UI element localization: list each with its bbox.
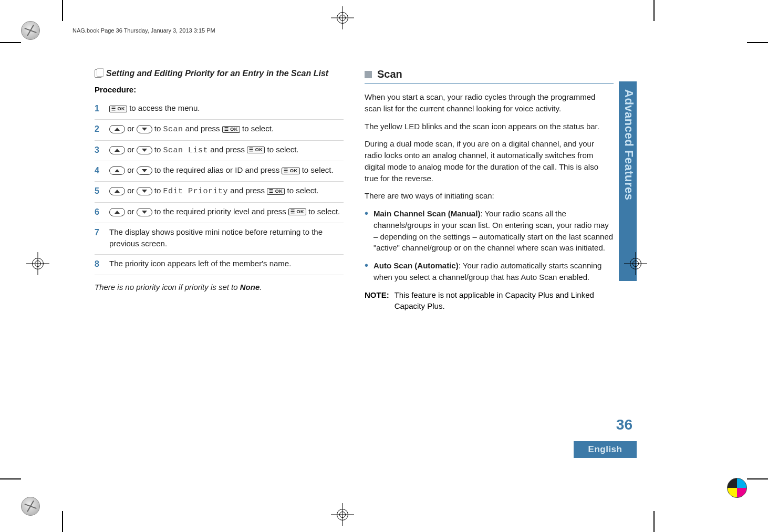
list-item: • Main Channel Scan (Manual): Your radio…	[365, 208, 614, 254]
crop-tick-icon	[747, 42, 768, 43]
paragraph: There are two ways of initiating scan:	[365, 190, 614, 202]
note: NOTE: This feature is not applicable in …	[365, 289, 614, 312]
procedure-label: Procedure:	[95, 85, 344, 94]
step-8: 8 The priority icon appears left of the …	[95, 255, 344, 275]
subsection-title: Setting and Editing Priority for an Entr…	[106, 68, 328, 79]
crop-tick-icon	[62, 511, 63, 532]
step-text: to the required alias or ID and press	[152, 165, 282, 174]
registration-cross-icon	[624, 252, 647, 275]
crop-tick-icon	[62, 0, 63, 21]
down-arrow-icon	[137, 187, 152, 195]
bullet-bold: Main Channel Scan (Manual)	[373, 209, 480, 218]
registration-cross-icon	[26, 252, 49, 275]
paragraph: During a dual mode scan, if you are on a…	[365, 138, 614, 184]
step-text: The display shows positive mini notice b…	[109, 226, 344, 250]
page-content: Setting and Editing Priority for an Entr…	[88, 68, 614, 312]
paragraph: When you start a scan, your radio cycles…	[365, 91, 614, 114]
step-7: 7 The display shows positive mini notice…	[95, 223, 344, 255]
print-header: NAG.book Page 36 Thursday, January 3, 20…	[72, 27, 215, 34]
registration-cross-icon	[331, 503, 354, 526]
section-rule	[365, 84, 614, 84]
step-number: 4	[95, 164, 102, 177]
step-4: 4 or to the required alias or ID and pre…	[95, 161, 344, 182]
colorbar-mark-icon	[727, 478, 747, 498]
step-text: to	[152, 145, 163, 154]
step-text: to access the menu.	[127, 103, 200, 112]
footnote: There is no priority icon if priority is…	[95, 283, 344, 291]
left-column: Setting and Editing Priority for an Entr…	[88, 68, 344, 312]
ok-button-icon: ☰ OK	[282, 168, 299, 174]
step-text: and press	[208, 145, 247, 154]
side-tab-label: Advanced Features	[622, 89, 636, 200]
up-arrow-icon	[109, 125, 125, 133]
bullet-icon: •	[365, 260, 368, 283]
screw-mark-icon	[21, 21, 40, 40]
lcd-text: Scan List	[163, 146, 209, 155]
registration-cross-icon	[331, 6, 354, 29]
subsection-heading: Setting and Editing Priority for an Entr…	[95, 68, 344, 79]
ok-button-icon: ☰ OK	[109, 106, 127, 112]
ok-button-icon: ☰ OK	[267, 188, 285, 195]
step-number: 1	[95, 102, 102, 115]
crop-tick-icon	[0, 42, 21, 43]
down-arrow-icon	[137, 208, 152, 216]
crop-tick-icon	[653, 0, 655, 21]
step-6: 6 or to the required priority level and …	[95, 203, 344, 223]
step-number: 5	[95, 185, 102, 197]
list-item: • Auto Scan (Automatic): Your radio auto…	[365, 260, 614, 283]
bullet-list: • Main Channel Scan (Manual): Your radio…	[365, 208, 614, 283]
ok-button-icon: ☰ OK	[288, 208, 306, 215]
down-arrow-icon	[137, 166, 152, 175]
note-body: This feature is not applicable in Capaci…	[395, 289, 614, 312]
bullet-icon: •	[365, 208, 368, 254]
step-text: to	[152, 186, 163, 195]
lcd-text: Edit Priority	[163, 187, 229, 196]
section-heading: Scan	[365, 68, 614, 80]
step-text: to select.	[285, 186, 318, 195]
paragraph: The yellow LED blinks and the scan icon …	[365, 121, 614, 132]
crop-tick-icon	[653, 511, 655, 532]
step-number: 8	[95, 258, 102, 270]
step-text: to select.	[265, 145, 298, 154]
page-number: 36	[616, 416, 632, 433]
section-title: Scan	[377, 68, 402, 80]
step-text: to select.	[300, 165, 334, 174]
step-5: 5 or to Edit Priority and press ☰ OK to …	[95, 182, 344, 203]
crop-tick-icon	[0, 478, 21, 479]
step-number: 3	[95, 144, 102, 157]
up-arrow-icon	[109, 166, 125, 175]
step-text: and press	[183, 124, 222, 133]
up-arrow-icon	[109, 187, 125, 195]
language-tab: English	[574, 441, 637, 458]
right-column: Scan When you start a scan, your radio c…	[365, 68, 614, 312]
step-text: The priority icon appears left of the me…	[109, 258, 344, 270]
page-stack-icon	[95, 69, 102, 78]
step-1: 1 ☰ OK to access the menu.	[95, 99, 344, 120]
up-arrow-icon	[109, 208, 125, 216]
step-number: 6	[95, 206, 102, 218]
note-label: NOTE:	[365, 289, 389, 312]
crop-tick-icon	[747, 478, 768, 479]
lcd-text: Scan	[163, 125, 183, 134]
up-arrow-icon	[109, 146, 125, 154]
step-text: to select.	[240, 124, 274, 133]
section-bullet-icon	[365, 71, 372, 78]
screw-mark-icon	[21, 497, 40, 516]
down-arrow-icon	[137, 146, 152, 154]
ok-button-icon: ☰ OK	[247, 147, 265, 153]
procedure-steps: 1 ☰ OK to access the menu. 2 or to Scan …	[95, 99, 344, 275]
step-number: 2	[95, 123, 102, 135]
step-2: 2 or to Scan and press ☰ OK to select.	[95, 120, 344, 141]
bullet-bold: Auto Scan (Automatic)	[373, 261, 459, 270]
step-text: to the required priority level and press	[152, 207, 288, 216]
step-number: 7	[95, 226, 102, 239]
ok-button-icon: ☰ OK	[222, 126, 240, 133]
step-text: and press	[228, 186, 267, 195]
step-text: to	[152, 124, 163, 133]
down-arrow-icon	[137, 125, 152, 133]
step-3: 3 or to Scan List and press ☰ OK to sele…	[95, 141, 344, 162]
step-text: to select.	[306, 207, 340, 216]
